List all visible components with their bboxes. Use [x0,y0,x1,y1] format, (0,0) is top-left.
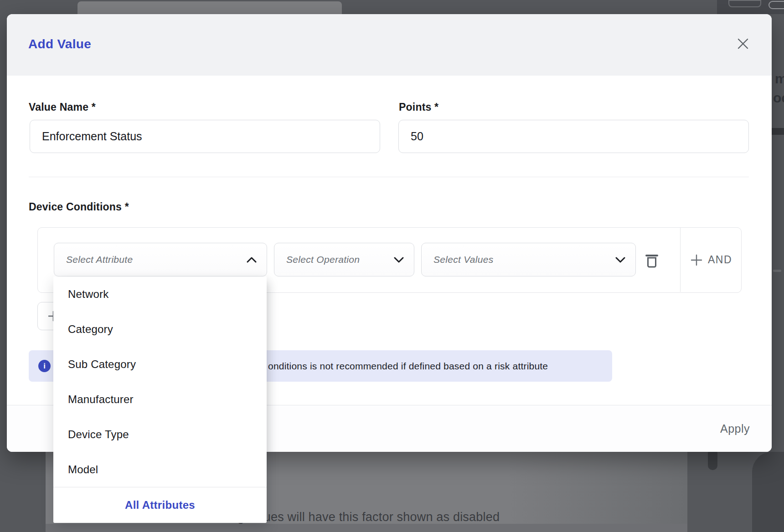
operation-select[interactable]: Select Operation [274,243,414,276]
points-label: Points * [399,101,438,113]
dialog-title: Add Value [28,37,91,51]
delete-condition-button[interactable] [645,252,659,269]
background-bar [772,128,784,135]
background-corner [752,452,784,532]
dropdown-item-model[interactable]: Model [53,452,267,487]
chevron-down-icon [615,257,625,263]
background-dash [773,270,781,272]
background-text-fragment: m [775,71,784,87]
chevron-up-icon [247,257,257,263]
dropdown-item-sub-category[interactable]: Sub Category [53,347,267,382]
close-icon [737,38,749,50]
attribute-select[interactable]: Select Attribute [54,243,267,276]
chevron-down-icon [394,257,404,263]
dropdown-item-device-type[interactable]: Device Type [53,417,267,452]
plus-icon [691,254,702,266]
info-banner-text: onditions is not recommended if defined … [268,350,548,382]
operation-select-placeholder: Select Operation [286,254,360,265]
background-band [46,524,687,532]
background-card [77,1,342,14]
trash-icon [645,253,659,268]
dropdown-item-manufacturer[interactable]: Manufacturer [53,382,267,417]
apply-button[interactable]: Apply [720,405,750,452]
all-attributes-link[interactable]: All Attributes [53,487,267,523]
background-text-fragment: oc [773,90,784,106]
device-conditions-label: Device Conditions * [29,201,129,213]
background-button-outline [728,0,761,7]
close-button[interactable] [735,36,751,52]
dropdown-item-network[interactable]: Network [53,276,267,312]
add-and-condition-button[interactable]: AND [681,228,742,292]
section-divider [29,177,749,177]
and-button-label: AND [708,254,732,266]
dropdown-item-category[interactable]: Category [53,312,267,347]
values-select-placeholder: Select Values [433,254,494,265]
background-button-outline [769,1,784,9]
value-name-input[interactable]: Enforcement Status [30,120,380,153]
attribute-dropdown-menu: Network Category Sub Category Manufactur… [53,276,267,523]
values-select[interactable]: Select Values [421,243,636,276]
points-input[interactable]: 50 [398,120,749,153]
background-scrollbar-thumb [708,449,717,470]
attribute-select-placeholder: Select Attribute [66,254,133,265]
value-name-label: Value Name * [29,101,96,113]
screen: m oc •• Devices with no matching values … [0,0,784,532]
dialog-header [7,14,772,76]
info-icon: i [38,360,51,372]
